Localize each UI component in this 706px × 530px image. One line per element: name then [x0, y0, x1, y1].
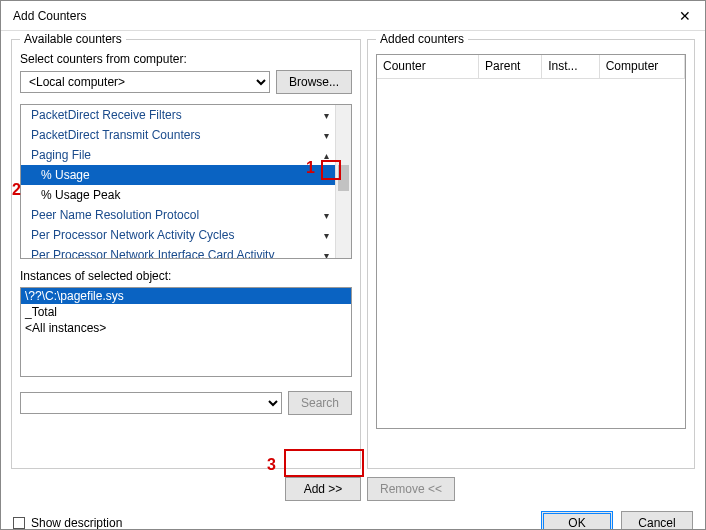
counter-item[interactable]: Per Processor Network Activity Cycles▾: [21, 225, 335, 245]
browse-button[interactable]: Browse...: [276, 70, 352, 94]
bottom-bar: Show description OK Cancel: [1, 501, 705, 530]
chevron-down-icon[interactable]: ▾: [317, 130, 335, 141]
close-icon[interactable]: ✕: [673, 8, 697, 24]
added-counters-title: Added counters: [376, 32, 468, 46]
col-parent[interactable]: Parent: [479, 55, 542, 78]
instances-list[interactable]: \??\C:\pagefile.sys _Total <All instance…: [20, 287, 352, 377]
available-counters-group: Available counters Select counters from …: [11, 39, 361, 469]
instances-label: Instances of selected object:: [20, 269, 352, 283]
col-inst[interactable]: Inst...: [542, 55, 600, 78]
counter-list[interactable]: PacketDirect Receive Filters▾ PacketDire…: [20, 104, 352, 259]
counter-item-usage-peak[interactable]: % Usage Peak: [21, 185, 335, 205]
computer-select[interactable]: <Local computer>: [20, 71, 270, 93]
col-comp[interactable]: Computer: [600, 55, 685, 78]
instance-item[interactable]: <All instances>: [21, 320, 351, 336]
scrollbar[interactable]: [335, 105, 351, 258]
ok-button[interactable]: OK: [541, 511, 613, 530]
search-button[interactable]: Search: [288, 391, 352, 415]
titlebar: Add Counters ✕: [1, 1, 705, 31]
remove-button[interactable]: Remove <<: [367, 477, 455, 501]
select-from-label: Select counters from computer:: [20, 52, 352, 66]
instance-item[interactable]: _Total: [21, 304, 351, 320]
counter-item[interactable]: PacketDirect Receive Filters▾: [21, 105, 335, 125]
counter-item[interactable]: PacketDirect Transmit Counters▾: [21, 125, 335, 145]
chevron-down-icon[interactable]: ▾: [317, 230, 335, 241]
instance-item[interactable]: \??\C:\pagefile.sys: [21, 288, 351, 304]
added-counters-group: Added counters Counter Parent Inst... Co…: [367, 39, 695, 469]
scrollbar-thumb[interactable]: [338, 165, 349, 191]
search-input[interactable]: [20, 392, 282, 414]
table-header: Counter Parent Inst... Computer: [377, 55, 685, 79]
counter-item[interactable]: Per Processor Network Interface Card Act…: [21, 245, 335, 258]
counter-item-usage[interactable]: % Usage: [21, 165, 335, 185]
counter-item[interactable]: Peer Name Resolution Protocol▾: [21, 205, 335, 225]
chevron-down-icon[interactable]: ▾: [317, 250, 335, 259]
window-title: Add Counters: [9, 9, 673, 23]
add-button[interactable]: Add >>: [285, 477, 361, 501]
chevron-up-icon[interactable]: ▴: [317, 150, 335, 161]
chevron-down-icon[interactable]: ▾: [317, 210, 335, 221]
added-counters-table[interactable]: Counter Parent Inst... Computer: [376, 54, 686, 429]
chevron-down-icon[interactable]: ▾: [317, 110, 335, 121]
show-description-label: Show description: [31, 516, 122, 530]
col-counter[interactable]: Counter: [377, 55, 479, 78]
show-description-checkbox[interactable]: Show description: [13, 516, 122, 530]
checkbox-icon[interactable]: [13, 517, 25, 529]
available-counters-title: Available counters: [20, 32, 126, 46]
counter-item-paging-file[interactable]: Paging File▴: [21, 145, 335, 165]
cancel-button[interactable]: Cancel: [621, 511, 693, 530]
